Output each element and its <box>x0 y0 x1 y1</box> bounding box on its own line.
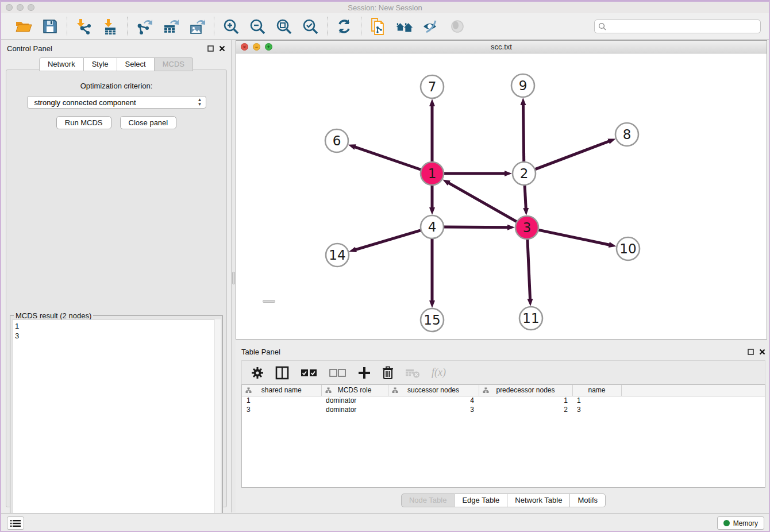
graph-node-label: 11 <box>522 311 539 326</box>
save-session-button[interactable] <box>41 17 59 36</box>
tab-edge-table[interactable]: Edge Table <box>455 494 507 507</box>
network-close-icon[interactable]: × <box>241 43 248 51</box>
refresh-icon <box>336 18 352 34</box>
mcds-tab-content: Optimization criterion: strongly connect… <box>6 70 227 507</box>
splitter-handle[interactable] <box>232 272 235 284</box>
run-mcds-button[interactable]: Run MCDS <box>56 116 111 129</box>
horizontal-splitter-handle[interactable] <box>263 300 275 303</box>
table-cell[interactable]: 3 <box>572 405 621 414</box>
graph-edge-4-14[interactable] <box>356 230 421 250</box>
table-tabs: Node TableEdge TableNetwork TableMotifs <box>236 494 770 507</box>
network-graph[interactable]: 1234678910111415 <box>236 53 767 339</box>
graph-edge-2-3[interactable] <box>525 185 526 209</box>
network-canvas[interactable]: 1234678910111415 <box>236 53 767 339</box>
graph-edge-3-11[interactable] <box>528 239 530 299</box>
close-panel-button[interactable]: Close panel <box>120 116 177 129</box>
tab-mcds[interactable]: MCDS <box>155 57 193 71</box>
import-table-icon <box>102 18 119 35</box>
table-cell[interactable]: 3 <box>242 405 321 414</box>
zoom-fit-button[interactable] <box>275 17 293 36</box>
hierarchy-icon <box>483 387 489 394</box>
close-table-panel-icon[interactable] <box>759 349 765 355</box>
gear-icon[interactable] <box>251 367 264 379</box>
graph-edge-3-10[interactable] <box>538 230 610 245</box>
tab-network[interactable]: Network <box>39 57 84 71</box>
column-header[interactable]: name <box>572 385 621 396</box>
tab-select[interactable]: Select <box>117 57 155 71</box>
hierarchy-icon <box>392 387 398 394</box>
eye-disabled-icon <box>449 18 465 34</box>
copy-network-icon <box>369 18 387 35</box>
window-title: Session: New Session <box>1 3 769 12</box>
import-network-button[interactable] <box>75 17 93 36</box>
import-table-button[interactable] <box>101 17 120 36</box>
close-window-icon[interactable] <box>6 4 13 11</box>
new-network-from-selection-button[interactable] <box>369 17 387 36</box>
eye-slash-icon <box>422 18 440 34</box>
table-row[interactable]: 3dominator323 <box>242 405 765 414</box>
minimize-window-icon[interactable] <box>17 4 24 11</box>
close-panel-icon[interactable] <box>219 45 225 52</box>
zoom-selected-button[interactable] <box>301 17 319 36</box>
tab-network-table[interactable]: Network Table <box>507 494 570 507</box>
vertical-splitter[interactable] <box>232 40 236 512</box>
deselect-all-icon[interactable] <box>329 368 346 377</box>
table-cell[interactable]: 1 <box>479 396 572 405</box>
zoom-window-icon[interactable] <box>28 4 34 11</box>
delete-column-icon[interactable] <box>382 366 394 380</box>
memory-button[interactable]: Memory <box>717 516 764 530</box>
apply-layout-button[interactable] <box>335 17 353 36</box>
column-header[interactable]: MCDS role <box>321 385 388 396</box>
tab-motifs[interactable]: Motifs <box>570 494 606 507</box>
table-cell[interactable] <box>621 396 765 405</box>
table-row[interactable]: 1dominator411 <box>242 396 765 405</box>
show-columns-icon[interactable] <box>275 366 289 380</box>
zoom-out-button[interactable] <box>248 17 267 36</box>
select-all-icon[interactable] <box>301 368 318 377</box>
window-traffic-lights[interactable] <box>6 4 34 11</box>
mcds-result-text[interactable]: 1 3 <box>12 319 221 531</box>
export-table-button[interactable] <box>161 17 180 36</box>
table-cell[interactable]: 1 <box>242 396 321 405</box>
table-cell[interactable]: 1 <box>572 396 621 405</box>
mcds-result-scrollbar[interactable] <box>214 319 221 531</box>
column-header[interactable]: predecessor nodes <box>479 385 572 396</box>
tab-node-table[interactable]: Node Table <box>401 494 455 507</box>
tab-style[interactable]: Style <box>84 57 117 71</box>
zoom-in-button[interactable] <box>222 17 240 36</box>
table-cell[interactable]: 3 <box>388 405 479 414</box>
optimization-criterion-select[interactable]: strongly connected component ▲▼ <box>27 96 206 109</box>
network-maximize-icon[interactable]: + <box>265 43 272 51</box>
graph-edge-4-3[interactable] <box>444 227 508 228</box>
column-header[interactable]: successor nodes <box>388 385 479 396</box>
graph-edge-2-9[interactable] <box>523 105 523 162</box>
graph-edge-3-1[interactable] <box>449 183 517 222</box>
table-cell[interactable]: 4 <box>388 396 479 405</box>
graph-edge-2-8[interactable] <box>535 141 609 169</box>
add-column-icon[interactable] <box>358 367 371 379</box>
float-panel-icon[interactable] <box>207 45 214 52</box>
table-cell[interactable]: 2 <box>479 405 572 414</box>
show-all-button[interactable] <box>448 17 467 36</box>
graph-node-label: 9 <box>519 78 528 93</box>
float-table-panel-icon[interactable] <box>748 349 754 355</box>
table-cell[interactable]: dominator <box>321 396 388 405</box>
hide-selected-button[interactable] <box>422 17 440 36</box>
open-session-button[interactable] <box>14 17 33 36</box>
column-header[interactable]: shared name <box>242 385 321 396</box>
task-history-button[interactable] <box>7 516 24 530</box>
graph-node-label: 1 <box>428 166 437 181</box>
memory-label: Memory <box>733 519 758 527</box>
export-network-button[interactable] <box>135 17 153 36</box>
table-cell[interactable]: dominator <box>321 405 388 414</box>
network-minimize-icon[interactable]: − <box>253 43 260 51</box>
first-neighbors-button[interactable] <box>395 17 414 36</box>
table-cell[interactable] <box>621 405 765 414</box>
export-image-button[interactable] <box>188 17 206 36</box>
search-field[interactable] <box>594 20 761 33</box>
search-input[interactable] <box>609 22 757 30</box>
column-header[interactable] <box>621 385 765 396</box>
network-window-titlebar[interactable]: × − + scc.txt <box>236 41 767 53</box>
graph-edge-1-6[interactable] <box>355 147 421 170</box>
node-table[interactable]: shared nameMCDS rolesuccessor nodesprede… <box>241 384 765 488</box>
